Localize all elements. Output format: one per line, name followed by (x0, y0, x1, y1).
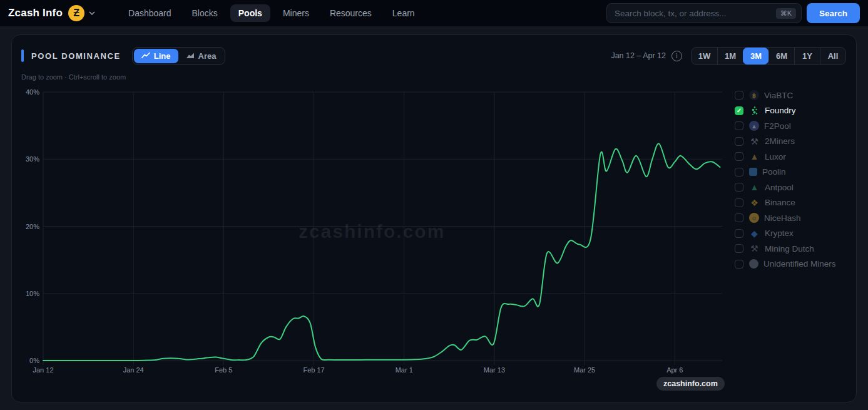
binance-icon: ❖ (749, 197, 760, 208)
legend-item-viabtc[interactable]: ฿ViaBTC (735, 88, 836, 103)
zcash-logo-icon: Ƶ (68, 5, 84, 21)
poolin-icon (749, 168, 757, 176)
nav-item-dashboard[interactable]: Dashboard (120, 4, 180, 22)
pool-dominance-panel: POOL DOMINANCE Line Area Jan 12 – Apr 12… (11, 34, 857, 402)
checkbox-poolin[interactable] (735, 168, 743, 177)
checkbox-binance[interactable] (735, 198, 743, 207)
range-button-1w[interactable]: 1W (692, 48, 717, 64)
range-button-1m[interactable]: 1M (717, 48, 743, 64)
line-toggle-button[interactable]: Line (134, 49, 178, 63)
f2pool-icon: ▲ (749, 121, 759, 131)
checkbox-kryptex[interactable] (735, 229, 743, 238)
legend-item-2miners[interactable]: ⚒2Miners (735, 134, 836, 150)
x-axis-tick: Mar 25 (559, 366, 610, 374)
chart-plot-svg (43, 92, 722, 361)
chart-type-toggle: Line Area (132, 47, 226, 65)
legend-item-antpool[interactable]: ▲Antpool (735, 180, 836, 195)
nav-item-learn[interactable]: Learn (384, 4, 423, 22)
checkbox-mining-dutch[interactable] (735, 244, 743, 253)
checkbox-unidentified-miners[interactable] (735, 260, 743, 269)
legend-label: ViaBTC (764, 91, 793, 100)
checkbox-2miners[interactable] (735, 137, 743, 146)
y-axis-tick: 20% (13, 223, 39, 230)
legend-label: Foundry (765, 106, 796, 115)
nav-item-miners[interactable]: Miners (275, 4, 317, 22)
legend-label: 2Miners (765, 136, 795, 146)
nav-item-blocks[interactable]: Blocks (184, 4, 226, 22)
search-box[interactable]: ⌘K (606, 3, 802, 23)
nicehash-icon: ☺ (749, 213, 759, 223)
date-range-label: Jan 12 – Apr 12 (611, 51, 666, 60)
legend-label: Unidentified Miners (763, 259, 836, 269)
legend-label: Mining Dutch (765, 244, 814, 254)
zoom-hint: Drag to zoom · Ctrl+scroll to zoom (21, 73, 126, 81)
x-axis-tick: Jan 24 (108, 366, 158, 374)
brand[interactable]: Zcash Info Ƶ (8, 5, 95, 21)
legend-item-nicehash[interactable]: ☺NiceHash (735, 210, 836, 226)
legend-item-mining-dutch[interactable]: ⚒Mining Dutch (735, 241, 836, 257)
header-right: Jan 12 – Apr 12 i 1W 1M 3M 6M 1Y All (611, 47, 846, 65)
site-badge: zcashinfo.com (656, 377, 725, 391)
y-axis-tick: 40% (13, 88, 39, 96)
legend-label: Luxor (765, 152, 786, 161)
legend-label: Kryptex (765, 228, 794, 238)
search-area: ⌘K Search (606, 3, 860, 23)
legend-item-binance[interactable]: ❖Binance (735, 195, 836, 211)
2miners-icon: ⚒ (749, 136, 760, 146)
x-axis-tick: Apr 6 (650, 366, 700, 374)
panel-header: POOL DOMINANCE Line Area Jan 12 – Apr 12… (21, 46, 846, 66)
top-nav: Zcash Info Ƶ Dashboard Blocks Pools Mine… (0, 0, 868, 26)
line-toggle-label: Line (154, 51, 171, 61)
y-axis-tick: 0% (13, 357, 39, 364)
checkbox-antpool[interactable] (735, 183, 743, 192)
y-axis-tick: 10% (13, 290, 39, 297)
series-line-foundry (43, 143, 720, 361)
mining-dutch-icon: ⚒ (749, 243, 760, 254)
pool-dominance-chart[interactable]: zcashinfo.com 0%10%20%30%40%Jan 12Jan 24… (43, 92, 722, 361)
nav-item-pools[interactable]: Pools (230, 4, 270, 22)
x-axis-tick: Mar 1 (379, 366, 429, 374)
range-button-6m[interactable]: 6M (768, 48, 794, 64)
title-accent-bar (21, 49, 24, 62)
legend-label: NiceHash (764, 213, 801, 223)
legend-item-unidentified-miners[interactable]: Unidentified Miners (735, 257, 836, 272)
search-button[interactable]: Search (807, 3, 860, 23)
viabtc-icon: ฿ (749, 90, 759, 100)
info-icon[interactable]: i (671, 51, 682, 61)
nav-item-resources[interactable]: Resources (322, 4, 380, 22)
range-button-all[interactable]: All (820, 48, 845, 64)
x-axis-tick: Feb 5 (198, 366, 248, 374)
legend-item-foundry[interactable]: ✓Foundry (735, 103, 836, 119)
checkbox-f2pool[interactable] (735, 121, 743, 130)
x-axis-tick: Mar 13 (469, 366, 519, 374)
range-button-1y[interactable]: 1Y (794, 48, 820, 64)
x-axis-tick: Feb 17 (289, 366, 339, 374)
area-toggle-button[interactable]: Area (178, 49, 224, 63)
foundry-icon (749, 105, 760, 116)
page-title: POOL DOMINANCE (31, 51, 121, 61)
y-axis-tick: 30% (13, 155, 39, 163)
search-input[interactable] (615, 9, 776, 18)
brand-title: Zcash Info (8, 7, 63, 19)
legend-item-luxor[interactable]: ▲Luxor (735, 149, 836, 165)
legend-label: Antpool (765, 183, 794, 192)
x-axis-tick: Jan 12 (18, 366, 68, 374)
legend-label: Binance (765, 198, 795, 207)
line-chart-icon (141, 51, 150, 61)
luxor-icon: ▲ (749, 151, 760, 162)
keyboard-shortcut-badge: ⌘K (776, 8, 796, 19)
checkbox-luxor[interactable] (735, 152, 743, 161)
checkbox-foundry[interactable]: ✓ (735, 106, 743, 115)
time-range-group: 1W 1M 3M 6M 1Y All (691, 47, 846, 65)
area-toggle-label: Area (198, 51, 217, 61)
legend-item-poolin[interactable]: Poolin (735, 165, 836, 180)
checkbox-nicehash[interactable] (735, 213, 743, 222)
range-button-3m[interactable]: 3M (743, 48, 768, 64)
legend-label: F2Pool (764, 121, 791, 131)
pool-legend: ฿ViaBTC✓Foundry▲F2Pool⚒2Miners▲LuxorPool… (735, 88, 836, 272)
chevron-down-icon[interactable] (89, 11, 95, 15)
legend-item-kryptex[interactable]: ◆Kryptex (735, 226, 836, 242)
checkbox-viabtc[interactable] (735, 91, 743, 100)
legend-item-f2pool[interactable]: ▲F2Pool (735, 118, 836, 134)
kryptex-icon: ◆ (749, 228, 760, 238)
